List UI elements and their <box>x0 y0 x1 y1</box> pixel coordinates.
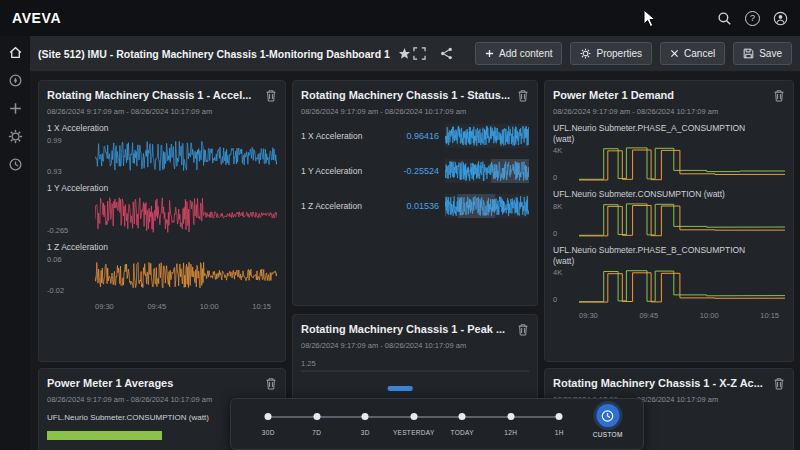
y-axis-max: 0.06 <box>47 255 91 264</box>
cancel-label: Cancel <box>684 48 715 59</box>
delete-card-icon[interactable] <box>773 89 785 102</box>
time-option-dot[interactable] <box>459 413 466 420</box>
sidebar-home-icon[interactable] <box>8 45 23 60</box>
user-account-icon[interactable] <box>773 11 788 26</box>
dashboard-toolbar: (Site 512) IMU - Rotating Machinery Chas… <box>30 36 800 72</box>
sidebar-add-icon[interactable] <box>8 101 23 116</box>
add-content-label: Add content <box>499 48 552 59</box>
left-nav-sidebar <box>0 36 30 450</box>
card-title: Rotating Machinery Chassis 1 - X-Z Ac... <box>553 377 767 389</box>
x-tick: 10:15 <box>760 311 779 320</box>
status-label: 1 Y Acceleration <box>301 166 381 176</box>
time-option-3d[interactable]: 3D <box>341 399 390 449</box>
card-time-range: 08/26/2024 9:17:09 am - 08/26/2024 10:17… <box>47 107 277 116</box>
status-value: -0.25524 <box>381 166 439 176</box>
status-row-y: 1 Y Acceleration -0.25524 <box>301 156 529 186</box>
y-axis-max: 8K <box>553 202 575 211</box>
series-label: 1 X Acceleration <box>47 123 242 134</box>
peak-bar-chart[interactable] <box>301 370 529 396</box>
status-value: 0.01536 <box>381 201 439 211</box>
delete-card-icon[interactable] <box>773 377 785 390</box>
time-option-dot[interactable] <box>507 413 514 420</box>
properties-button[interactable]: Properties <box>570 42 652 65</box>
phase-a-consumption-chart[interactable] <box>579 146 785 182</box>
time-option-7d[interactable]: 7D <box>293 399 342 449</box>
share-icon[interactable] <box>440 47 453 60</box>
time-option-30d[interactable]: 30D <box>244 399 293 449</box>
y-axis-min: -0.02 <box>47 286 91 295</box>
y-axis-min: -0.265 <box>47 226 91 235</box>
card-title: Rotating Machinery Chassis 1 - Peak ... <box>301 323 511 335</box>
delete-card-icon[interactable] <box>517 89 529 102</box>
x-acceleration-chart[interactable] <box>95 136 277 176</box>
time-option-dot[interactable] <box>410 413 417 420</box>
add-content-button[interactable]: Add content <box>475 42 562 65</box>
x-tick: 09:30 <box>579 311 598 320</box>
status-sparkline[interactable] <box>445 159 529 183</box>
delete-card-icon[interactable] <box>265 89 277 102</box>
x-tick: 09:30 <box>95 302 114 311</box>
y-axis-min: 0 <box>553 229 575 238</box>
screen: AVEVA ? <box>0 0 800 450</box>
time-option-custom[interactable]: CUSTOM <box>584 399 633 449</box>
phase-b-consumption-chart[interactable] <box>579 268 785 304</box>
series-label: 1 Y Acceleration <box>47 183 242 194</box>
help-icon[interactable]: ? <box>745 11 760 26</box>
card-power-meter-demand: Power Meter 1 Demand 08/26/2024 9:17:09 … <box>544 80 794 362</box>
save-label: Save <box>759 48 782 59</box>
chart-group-y-acceleration: 1 Y Acceleration -0.265 <box>47 183 277 236</box>
time-option-dot[interactable] <box>362 413 369 420</box>
y-axis-min: 0.93 <box>47 167 91 176</box>
card-accelerations: Rotating Machinery Chassis 1 - Accel... … <box>38 80 286 362</box>
card-time-range: 08/26/2024 9:17:09 am - 08/26/2024 10:17… <box>553 107 785 116</box>
delete-card-icon[interactable] <box>265 377 277 390</box>
favorite-star-icon[interactable] <box>398 47 411 60</box>
z-acceleration-chart[interactable] <box>95 255 277 295</box>
x-tick: 10:15 <box>252 302 271 311</box>
clock-icon <box>601 409 615 423</box>
delete-card-icon[interactable] <box>517 323 529 336</box>
x-tick: 10:00 <box>700 311 719 320</box>
fullscreen-icon[interactable] <box>413 47 426 60</box>
consumption-chart[interactable] <box>579 202 785 238</box>
save-button[interactable]: Save <box>733 42 792 65</box>
time-option-dot[interactable] <box>313 413 320 420</box>
sidebar-history-icon[interactable] <box>8 157 23 172</box>
chart-group-phase-b: UFL.Neurio Submeter.PHASE_B_CONSUMPTION … <box>553 245 785 304</box>
status-sparkline[interactable] <box>445 194 529 218</box>
mouse-cursor <box>643 9 657 29</box>
time-option-dot[interactable] <box>265 413 272 420</box>
top-app-bar: AVEVA ? <box>0 0 800 36</box>
card-title: Power Meter 1 Demand <box>553 89 767 101</box>
status-label: 1 X Acceleration <box>301 131 381 141</box>
y-axis-max: 1.25 <box>301 359 529 368</box>
status-row-x: 1 X Acceleration 0.96416 <box>301 121 529 151</box>
chart-group-x-acceleration: 1 X Acceleration 0.99 0.93 <box>47 123 277 176</box>
search-icon[interactable] <box>717 11 732 26</box>
sidebar-explore-icon[interactable] <box>8 73 23 88</box>
card-status: Rotating Machinery Chassis 1 - Status...… <box>292 80 538 306</box>
y-axis-max: 0.99 <box>47 136 91 145</box>
plus-icon <box>485 49 494 58</box>
card-title: Rotating Machinery Chassis 1 - Accel... <box>47 89 259 101</box>
time-option-12h[interactable]: 12H <box>487 399 536 449</box>
status-row-z: 1 Z Acceleration 0.01536 <box>301 191 529 221</box>
y-axis-min: 0 <box>553 173 575 182</box>
status-value: 0.96416 <box>381 131 439 141</box>
y-acceleration-chart[interactable] <box>95 195 277 235</box>
card-time-range: 08/26/2024 9:17:09 am - 08/26/2024 10:17… <box>301 107 529 116</box>
sidebar-settings-icon[interactable] <box>8 129 23 144</box>
chart-group-z-acceleration: 1 Z Acceleration 0.06 -0.02 <box>47 242 277 295</box>
time-option-dot[interactable] <box>556 413 563 420</box>
status-sparkline[interactable] <box>445 124 529 148</box>
time-option-1h[interactable]: 1H <box>535 399 584 449</box>
time-option-yesterday[interactable]: YESTERDAY <box>390 399 439 449</box>
x-axis-ticks: 09:30 09:45 10:00 10:15 <box>95 302 271 311</box>
y-axis-max: 4K <box>553 146 575 155</box>
card-time-range: 08/26/2024 9:17:09 am - 08/26/2024 10:17… <box>301 341 529 350</box>
cancel-button[interactable]: Cancel <box>660 42 725 65</box>
custom-time-button[interactable] <box>596 404 619 427</box>
time-option-today[interactable]: TODAY <box>438 399 487 449</box>
chart-group-phase-a: UFL.Neurio Submeter.PHASE_A_CONSUMPTION … <box>553 123 785 182</box>
dashboard-canvas: Rotating Machinery Chassis 1 - Accel... … <box>30 72 800 450</box>
